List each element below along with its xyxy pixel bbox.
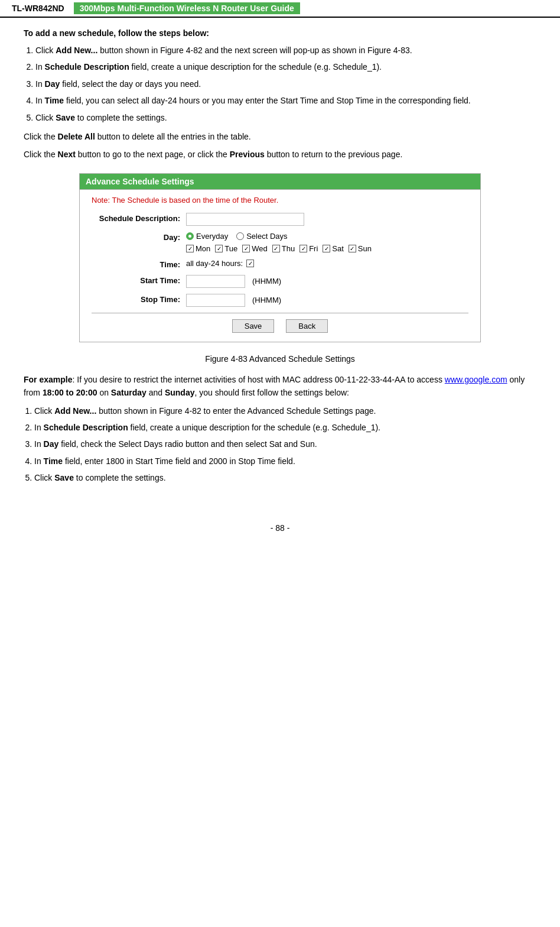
sat-label: Sat xyxy=(332,244,344,253)
example-step-2: In Schedule Description field, create a … xyxy=(34,421,536,434)
start-time-row: Start Time: (HHMM) xyxy=(92,275,468,288)
example-step-4: In Time field, enter 1800 in Start Time … xyxy=(34,455,536,468)
page-header: TL-WR842ND 300Mbps Multi-Function Wirele… xyxy=(0,0,560,18)
step-2: In Schedule Description field, create a … xyxy=(35,60,536,73)
wed-check-icon xyxy=(242,245,250,252)
stop-time-hint: (HHMM) xyxy=(252,296,281,304)
select-days-radio-icon xyxy=(236,232,244,240)
example-step-5: Click Save to complete the settings. xyxy=(34,471,536,484)
example-step-3: In Day field, check the Select Days radi… xyxy=(34,437,536,450)
back-button[interactable]: Back xyxy=(286,319,328,333)
mon-label: Mon xyxy=(196,244,210,253)
day-options: Everyday Select Days Mon xyxy=(186,232,372,253)
figure-body: Note: The Schedule is based on the time … xyxy=(80,189,480,342)
day-checkboxes: Mon Tue Wed Thu xyxy=(186,244,372,253)
figure-caption: Figure 4-83 Advanced Schedule Settings xyxy=(24,354,536,364)
schedule-description-label: Schedule Description: xyxy=(92,213,186,223)
step-1: Click Add New... button shown in Figure … xyxy=(35,44,536,57)
header-model: TL-WR842ND xyxy=(12,4,64,13)
wed-checkbox[interactable]: Wed xyxy=(242,244,268,253)
start-time-control: (HHMM) xyxy=(186,275,281,288)
schedule-description-row: Schedule Description: xyxy=(92,213,468,226)
save-button[interactable]: Save xyxy=(232,319,275,333)
time-control: all day-24 hours: xyxy=(186,259,254,268)
delete-all-note: Click the Delete All button to delete al… xyxy=(24,130,536,143)
select-days-label: Select Days xyxy=(246,232,287,241)
time-label: Time: xyxy=(92,259,186,269)
stop-time-input[interactable] xyxy=(186,294,245,307)
fri-check-icon xyxy=(299,245,307,252)
sat-check-icon xyxy=(323,245,330,252)
start-time-hint: (HHMM) xyxy=(252,277,281,286)
header-title: 300Mbps Multi-Function Wireless N Router… xyxy=(74,2,300,14)
step-3: In Day field, select the day or days you… xyxy=(35,77,536,90)
all-day-row: all day-24 hours: xyxy=(186,259,254,268)
example-intro: For example: If you desire to restrict t… xyxy=(24,373,536,400)
thu-check-icon xyxy=(272,245,280,252)
example-section: For example: If you desire to restrict t… xyxy=(24,373,536,485)
instruction-title: To add a new schedule, follow the steps … xyxy=(24,28,536,38)
sun-label: Sun xyxy=(358,244,372,253)
step-4: In Time field, you can select all day-24… xyxy=(35,94,536,107)
example-step-1: Click Add New... button shown in Figure … xyxy=(34,404,536,417)
thu-checkbox[interactable]: Thu xyxy=(272,244,295,253)
fri-checkbox[interactable]: Fri xyxy=(299,244,318,253)
all-day-label: all day-24 hours: xyxy=(186,259,243,268)
start-time-label: Start Time: xyxy=(92,275,186,285)
everyday-radio[interactable]: Everyday xyxy=(186,232,228,241)
stop-time-control: (HHMM) xyxy=(186,294,281,307)
next-prev-note: Click the Next button to go to the next … xyxy=(24,148,536,161)
day-label: Day: xyxy=(92,232,186,242)
time-row: Time: all day-24 hours: xyxy=(92,259,468,269)
sun-checkbox[interactable]: Sun xyxy=(349,244,372,253)
figure-note: Note: The Schedule is based on the time … xyxy=(92,196,468,205)
day-row: Day: Everyday Select Days xyxy=(92,232,468,253)
stop-time-row: Stop Time: (HHMM) xyxy=(92,294,468,307)
stop-time-label: Stop Time: xyxy=(92,294,186,304)
divider xyxy=(92,313,468,313)
wed-label: Wed xyxy=(252,244,268,253)
figure-header: Advance Schedule Settings xyxy=(80,174,480,189)
mon-checkbox[interactable]: Mon xyxy=(186,244,210,253)
tue-label: Tue xyxy=(224,244,237,253)
select-days-radio[interactable]: Select Days xyxy=(236,232,287,241)
all-day-check-icon[interactable] xyxy=(246,260,254,267)
step-5: Click Save to complete the settings. xyxy=(35,111,536,124)
page-footer: - 88 - xyxy=(0,523,560,533)
page-number: - 88 - xyxy=(271,523,290,533)
mon-check-icon xyxy=(186,245,194,252)
schedule-description-input[interactable] xyxy=(186,213,304,226)
start-time-input[interactable] xyxy=(186,275,245,288)
figure-box: Advance Schedule Settings Note: The Sche… xyxy=(79,173,481,342)
everyday-radio-icon xyxy=(186,232,194,240)
example-steps-list: Click Add New... button shown in Figure … xyxy=(34,404,536,485)
tue-check-icon xyxy=(215,245,223,252)
figure-buttons: Save Back xyxy=(92,319,468,333)
sun-check-icon xyxy=(349,245,356,252)
everyday-label: Everyday xyxy=(196,232,228,241)
sat-checkbox[interactable]: Sat xyxy=(323,244,344,253)
fri-label: Fri xyxy=(309,244,318,253)
page-content: To add a new schedule, follow the steps … xyxy=(0,28,560,505)
thu-label: Thu xyxy=(282,244,295,253)
tue-checkbox[interactable]: Tue xyxy=(215,244,237,253)
steps-list: Click Add New... button shown in Figure … xyxy=(35,44,536,124)
example-url[interactable]: www.google.com xyxy=(445,375,507,384)
day-radio-row: Everyday Select Days xyxy=(186,232,372,241)
